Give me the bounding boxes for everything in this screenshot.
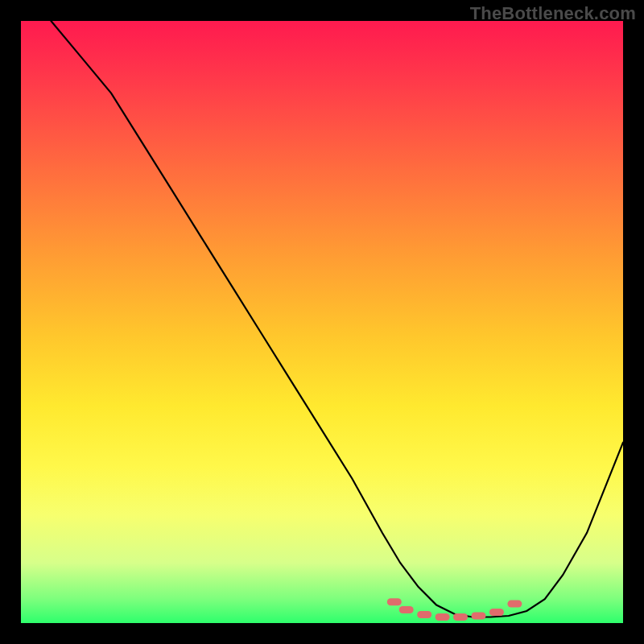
marker-dot (399, 606, 414, 613)
marker-dot (507, 601, 522, 608)
highlight-markers (387, 598, 522, 621)
chart-svg (21, 21, 623, 623)
watermark-label: TheBottleneck.com (470, 3, 636, 24)
bottleneck-curve (51, 21, 623, 617)
marker-dot (387, 598, 402, 605)
marker-dot (472, 613, 486, 620)
marker-dot (489, 609, 504, 616)
marker-dot (417, 611, 431, 618)
marker-dot (436, 613, 450, 621)
plot-area (21, 21, 623, 623)
marker-dot (453, 613, 468, 621)
chart-frame: TheBottleneck.com (0, 0, 644, 644)
